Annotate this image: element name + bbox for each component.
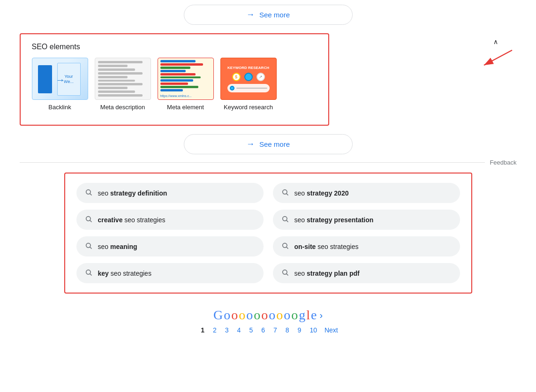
kw-search-bar (227, 84, 270, 92)
code-line-5 (160, 73, 196, 75)
search-icon-3 (85, 215, 92, 224)
seo-item-meta-desc[interactable]: Meta description (95, 58, 151, 111)
search-pill-7[interactable]: key seo strategies (76, 263, 264, 283)
search-text-8: seo strategy plan pdf (294, 270, 360, 277)
bottom-see-more-label: See more (259, 140, 290, 148)
svg-line-9 (287, 220, 288, 222)
logo-o2: o (231, 308, 238, 323)
seo-item-meta-element[interactable]: https://www.xmlns.c... Meta element (158, 58, 214, 111)
logo-chevron: › (319, 310, 323, 321)
next-button[interactable]: Next (325, 326, 338, 334)
code-line-8 (160, 83, 188, 85)
meta-line-6 (98, 80, 136, 82)
logo-o1: o (224, 308, 230, 323)
meta-desc-label: Meta description (100, 104, 145, 111)
meta-element-image: https://www.xmlns.c... (158, 58, 214, 100)
meta-line-5 (98, 76, 128, 78)
search-pill-3[interactable]: creative seo strategies (76, 210, 264, 230)
google-pagination: G o o o o o o o o o o g l e › 1 2 3 4 5 … (198, 308, 338, 335)
red-arrow-svg (475, 45, 517, 69)
meta-line-8 (98, 87, 128, 89)
feedback-row: Feedback (20, 159, 517, 166)
page-6[interactable]: 6 (258, 325, 268, 335)
seo-section-wrapper: SEO elements YourWe... Backlink (20, 33, 517, 126)
svg-line-5 (287, 194, 288, 195)
page-numbers-row: 1 2 3 4 5 6 7 8 9 10 Next (198, 325, 338, 335)
page-4[interactable]: 4 (234, 325, 244, 335)
logo-o3: o (239, 308, 245, 323)
kw-title: KEYWORD RESEARCH (227, 66, 269, 70)
logo-o10: o (291, 308, 298, 323)
logo-g2: g (299, 308, 305, 323)
meta-line-2 (98, 65, 128, 67)
page-2[interactable]: 2 (210, 325, 219, 335)
chevron-up-icon: ∧ (493, 38, 498, 45)
seo-elements-box: SEO elements YourWe... Backlink (20, 33, 329, 126)
search-text-7: key seo strategies (98, 270, 151, 277)
related-searches-box: seo strategy definition seo strategy 202… (64, 173, 472, 294)
search-text-6: on-site seo strategies (294, 243, 359, 250)
svg-line-1 (484, 50, 512, 65)
search-icon-8 (281, 269, 289, 278)
logo-o9: o (284, 308, 290, 323)
search-pill-2[interactable]: seo strategy 2020 (273, 183, 460, 203)
page-9[interactable]: 9 (295, 325, 304, 335)
seo-item-backlink[interactable]: YourWe... Backlink (32, 58, 88, 111)
keyword-image: KEYWORD RESEARCH $ ↗ (220, 58, 277, 100)
seo-images-row: YourWe... Backlink (32, 58, 317, 111)
arrow-right-icon: → (246, 10, 255, 20)
seo-elements-title: SEO elements (32, 43, 317, 51)
meta-element-inner: https://www.xmlns.c... (158, 58, 213, 99)
meta-line-4 (98, 72, 143, 75)
svg-line-11 (90, 247, 91, 249)
meta-desc-inner (95, 58, 151, 99)
page-10[interactable]: 10 (307, 325, 320, 335)
logo-o4: o (246, 308, 253, 323)
search-pill-1[interactable]: seo strategy definition (76, 183, 264, 203)
code-line-7 (160, 79, 193, 82)
search-icon-6 (281, 242, 289, 251)
code-line-10 (160, 89, 183, 91)
logo-o5: o (254, 308, 260, 323)
logo-g: G (213, 308, 223, 323)
search-pill-4[interactable]: seo strategy presentation (273, 210, 460, 230)
code-line-9 (160, 86, 198, 88)
red-arrow-annotation: ∧ (475, 38, 517, 69)
svg-line-15 (90, 274, 91, 275)
search-text-5: seo meaning (98, 243, 137, 250)
seo-item-keyword[interactable]: KEYWORD RESEARCH $ ↗ Ke (220, 58, 277, 111)
search-pill-8[interactable]: seo strategy plan pdf (273, 263, 460, 283)
search-text-2: seo strategy 2020 (294, 189, 349, 197)
page-7[interactable]: 7 (271, 325, 280, 335)
page-8[interactable]: 8 (283, 325, 292, 335)
top-see-more-button[interactable]: → See more (184, 5, 353, 25)
search-icon-1 (85, 188, 92, 197)
feedback-line (20, 162, 485, 163)
page-5[interactable]: 5 (246, 325, 256, 335)
google-logo-row: G o o o o o o o o o o g l e › (213, 308, 323, 323)
searches-grid: seo strategy definition seo strategy 202… (76, 183, 460, 283)
meta-desc-image (95, 58, 151, 100)
search-text-3: creative seo strategies (98, 216, 166, 224)
logo-o8: o (276, 308, 283, 323)
bottom-see-more-button[interactable]: → See more (184, 134, 353, 154)
search-pill-6[interactable]: on-site seo strategies (273, 236, 460, 256)
svg-line-17 (287, 274, 288, 275)
page-1: 1 (198, 325, 207, 335)
code-line-1 (160, 60, 196, 62)
page-wrapper: → See more SEO elements YourWe... Backli… (0, 0, 536, 344)
feedback-text[interactable]: Feedback (490, 159, 516, 166)
page-3[interactable]: 3 (222, 325, 232, 335)
search-text-1: seo strategy definition (98, 189, 167, 197)
kw-search-circle (230, 86, 234, 90)
svg-line-7 (90, 220, 91, 222)
meta-element-label: Meta element (167, 104, 204, 111)
code-line-3 (160, 67, 191, 69)
code-line-2 (160, 63, 204, 66)
meta-line-1 (98, 61, 143, 63)
keyword-inner: KEYWORD RESEARCH $ ↗ (221, 58, 276, 99)
search-pill-5[interactable]: seo meaning (76, 236, 264, 256)
code-line-6 (160, 76, 201, 79)
kw-icons-row: $ ↗ (232, 73, 265, 81)
search-text-4: seo strategy presentation (294, 216, 374, 224)
